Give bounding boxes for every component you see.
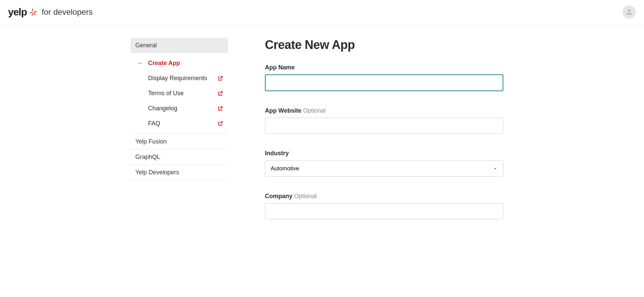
industry-label: Industry <box>265 150 503 157</box>
form-group-app-name: App Name <box>265 64 503 91</box>
company-label: Company Optional <box>265 193 503 200</box>
company-label-text: Company <box>265 193 292 199</box>
app-name-input[interactable] <box>265 74 503 91</box>
sidebar-section-yelp-developers[interactable]: Yelp Developers <box>131 165 228 180</box>
sidebar-item-changelog[interactable]: Changelog <box>131 101 228 116</box>
form-group-app-website: App Website Optional <box>265 107 503 134</box>
app-name-label: App Name <box>265 64 503 71</box>
app-website-label-text: App Website <box>265 107 302 114</box>
sidebar-item-label: Create App <box>148 60 180 67</box>
main-container: General Create App Display Requirements … <box>87 24 557 235</box>
header: yelp for developers <box>0 0 644 24</box>
sidebar-item-terms-of-use[interactable]: Terms of Use <box>131 86 228 101</box>
yelp-burst-icon <box>29 8 38 16</box>
sidebar-general-items: Create App Display Requirements Terms of… <box>131 53 228 134</box>
form-group-industry: Industry Automotive <box>265 150 503 177</box>
sidebar-section-general[interactable]: General <box>131 38 228 53</box>
sidebar-section-yelp-fusion[interactable]: Yelp Fusion <box>131 134 228 150</box>
user-avatar[interactable] <box>623 5 636 19</box>
external-link-icon <box>217 75 223 81</box>
external-link-icon <box>217 91 223 97</box>
logo-text: yelp <box>8 6 27 18</box>
sidebar: General Create App Display Requirements … <box>131 38 228 235</box>
sidebar-item-label: Changelog <box>148 105 177 112</box>
sidebar-item-label: FAQ <box>148 120 160 127</box>
sidebar-item-create-app[interactable]: Create App <box>131 56 228 71</box>
main-content: Create New App App Name App Website Opti… <box>228 38 503 235</box>
logo[interactable]: yelp for developers <box>8 6 93 18</box>
company-input[interactable] <box>265 203 503 219</box>
industry-select[interactable]: Automotive <box>265 160 503 177</box>
logo-subtitle: for developers <box>42 7 93 17</box>
app-website-input[interactable] <box>265 118 503 134</box>
external-link-icon <box>217 106 223 112</box>
sidebar-item-label: Terms of Use <box>148 90 184 97</box>
optional-text: Optional <box>294 193 317 199</box>
sidebar-section-graphql[interactable]: GraphQL <box>131 150 228 165</box>
sidebar-item-faq[interactable]: FAQ <box>131 116 228 131</box>
sidebar-item-label: Display Requirements <box>148 75 207 82</box>
app-website-label: App Website Optional <box>265 107 503 114</box>
form-group-company: Company Optional <box>265 193 503 219</box>
optional-text: Optional <box>303 107 326 114</box>
external-link-icon <box>217 121 223 127</box>
user-icon <box>625 8 633 16</box>
sidebar-item-display-requirements[interactable]: Display Requirements <box>131 71 228 86</box>
page-title: Create New App <box>265 38 503 52</box>
